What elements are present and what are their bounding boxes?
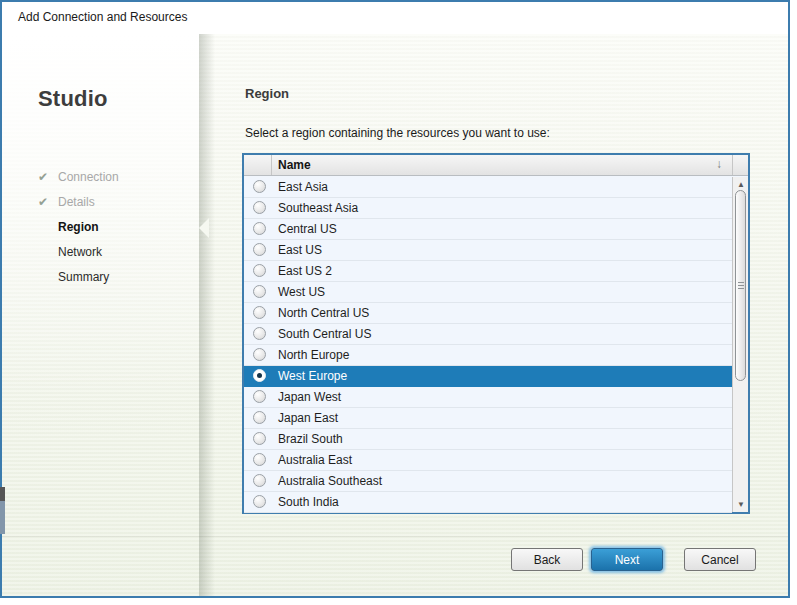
back-button[interactable]: Back (511, 548, 583, 571)
step-label: Region (58, 220, 99, 234)
radio-unselected-icon[interactable] (253, 411, 266, 424)
region-row[interactable]: Central US (244, 219, 732, 240)
region-name: East US (278, 243, 322, 257)
region-name: Australia East (278, 453, 352, 467)
sidebar-page-seam-shadow (199, 34, 215, 596)
region-name: North Central US (278, 306, 369, 320)
step-label: Network (58, 245, 102, 259)
scrollbar-grip-icon (738, 282, 744, 289)
region-row[interactable]: Japan East (244, 408, 732, 429)
scrollbar-header-stub (732, 155, 748, 175)
region-row[interactable]: Brazil South (244, 429, 732, 450)
window-title: Add Connection and Resources (18, 10, 187, 24)
sort-descending-icon: ↓ (716, 157, 722, 171)
region-name: East Asia (278, 180, 328, 194)
radio-unselected-icon[interactable] (253, 264, 266, 277)
radio-unselected-icon[interactable] (253, 201, 266, 214)
region-table-body: East AsiaSoutheast AsiaCentral USEast US… (244, 177, 732, 513)
step-complete-check-icon: ✔ (38, 195, 58, 209)
radio-unselected-icon[interactable] (253, 348, 266, 361)
radio-unselected-icon[interactable] (253, 390, 266, 403)
radio-unselected-icon[interactable] (253, 243, 266, 256)
region-name: East US 2 (278, 264, 332, 278)
region-row[interactable]: North Central US (244, 303, 732, 324)
region-name: Australia Southeast (278, 474, 382, 488)
region-row[interactable]: East US (244, 240, 732, 261)
vertical-scrollbar[interactable]: ▲ ▼ (732, 177, 748, 512)
sidebar-step-details: ✔Details (38, 189, 119, 214)
next-button[interactable]: Next (591, 548, 663, 571)
region-name: West Europe (278, 369, 347, 383)
region-row[interactable]: Australia Southeast (244, 471, 732, 492)
radio-unselected-icon[interactable] (253, 453, 266, 466)
region-row[interactable]: East Asia (244, 177, 732, 198)
region-row[interactable]: Southeast Asia (244, 198, 732, 219)
name-column-header[interactable]: Name (278, 158, 311, 172)
sidebar-step-summary: Summary (38, 264, 119, 289)
region-name: South Central US (278, 327, 371, 341)
region-name: West US (278, 285, 325, 299)
add-connection-wizard-dialog: Add Connection and Resources Studio ✔Con… (0, 0, 790, 598)
region-row[interactable]: Japan West (244, 387, 732, 408)
region-row[interactable]: North Europe (244, 345, 732, 366)
current-step-notch (199, 218, 209, 238)
region-row[interactable]: South Central US (244, 324, 732, 345)
region-name: Central US (278, 222, 337, 236)
radio-unselected-icon[interactable] (253, 285, 266, 298)
region-row[interactable]: West Europe (244, 366, 732, 387)
page-title: Region (245, 86, 289, 101)
scrollbar-thumb[interactable] (735, 190, 746, 381)
radio-unselected-icon[interactable] (253, 432, 266, 445)
region-row[interactable]: West US (244, 282, 732, 303)
radio-unselected-icon[interactable] (253, 474, 266, 487)
step-label: Details (58, 195, 95, 209)
cancel-button[interactable]: Cancel (684, 548, 756, 571)
background-window-edge-dark (0, 487, 5, 501)
studio-logo: Studio (38, 86, 108, 112)
footer-separator (2, 536, 788, 537)
background-window-edge-blue (0, 501, 5, 534)
region-name: Southeast Asia (278, 201, 358, 215)
table-header-row: Name ↓ (244, 155, 748, 176)
radio-unselected-icon[interactable] (253, 327, 266, 340)
region-row[interactable]: Australia East (244, 450, 732, 471)
region-name: Japan West (278, 390, 341, 404)
window-titlebar: Add Connection and Resources (2, 2, 788, 34)
step-label: Summary (58, 270, 109, 284)
region-name: South India (278, 495, 339, 509)
wizard-step-list: ✔Connection✔DetailsRegionNetworkSummary (38, 164, 119, 289)
radio-selected-icon[interactable] (253, 369, 266, 382)
region-name: Brazil South (278, 432, 343, 446)
radio-unselected-icon[interactable] (253, 180, 266, 193)
scroll-down-button[interactable]: ▼ (734, 497, 748, 512)
region-row[interactable]: South India (244, 492, 732, 513)
step-label: Connection (58, 170, 119, 184)
sidebar-step-connection: ✔Connection (38, 164, 119, 189)
radio-unselected-icon[interactable] (253, 306, 266, 319)
radio-unselected-icon[interactable] (253, 495, 266, 508)
sidebar-step-network: Network (38, 239, 119, 264)
instruction-text: Select a region containing the resources… (245, 126, 550, 140)
region-name: Japan East (278, 411, 338, 425)
region-table: Name ↓ East AsiaSoutheast AsiaCentral US… (242, 153, 750, 514)
region-row[interactable]: East US 2 (244, 261, 732, 282)
sidebar-step-region: Region (38, 214, 119, 239)
radio-column-header (244, 155, 272, 175)
step-complete-check-icon: ✔ (38, 170, 58, 184)
region-name: North Europe (278, 348, 349, 362)
radio-unselected-icon[interactable] (253, 222, 266, 235)
wizard-sidebar: Studio ✔Connection✔DetailsRegionNetworkS… (2, 34, 199, 596)
